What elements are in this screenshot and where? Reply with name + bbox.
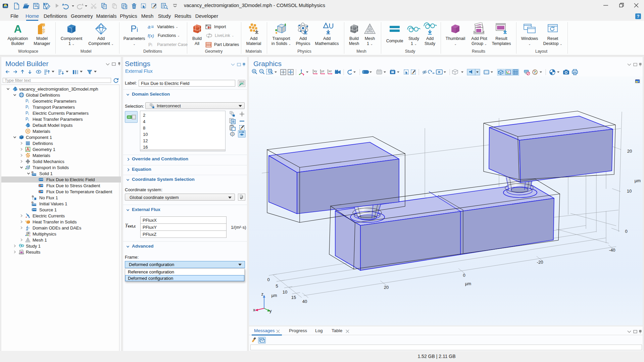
- svg-text:-20: -20: [537, 260, 543, 265]
- svg-text:5: 5: [276, 283, 278, 289]
- svg-text:a: a: [148, 24, 150, 30]
- svg-text:20: 20: [384, 285, 389, 290]
- svg-text:10: 10: [283, 290, 287, 295]
- svg-text:Pi: Pi: [148, 42, 152, 47]
- svg-text:xy: xy: [314, 69, 317, 73]
- svg-text:xz: xz: [329, 69, 332, 73]
- svg-text:0: 0: [463, 273, 465, 278]
- svg-text:40: 40: [302, 299, 307, 304]
- svg-text:z: z: [261, 292, 264, 297]
- svg-text:µm: µm: [465, 281, 471, 286]
- svg-text:20: 20: [627, 149, 632, 154]
- svg-text:f(x): f(x): [148, 33, 154, 38]
- svg-text:0: 0: [267, 277, 269, 282]
- svg-text:µm: µm: [635, 178, 641, 183]
- svg-text:15: 15: [291, 295, 296, 300]
- svg-text:µm: µm: [271, 293, 277, 298]
- svg-text:x: x: [253, 307, 255, 312]
- svg-text:0: 0: [625, 229, 627, 234]
- svg-text:y: y: [269, 308, 272, 313]
- svg-text:-40: -40: [609, 248, 615, 253]
- svg-text:10: 10: [627, 189, 632, 194]
- svg-text:yz: yz: [321, 69, 325, 73]
